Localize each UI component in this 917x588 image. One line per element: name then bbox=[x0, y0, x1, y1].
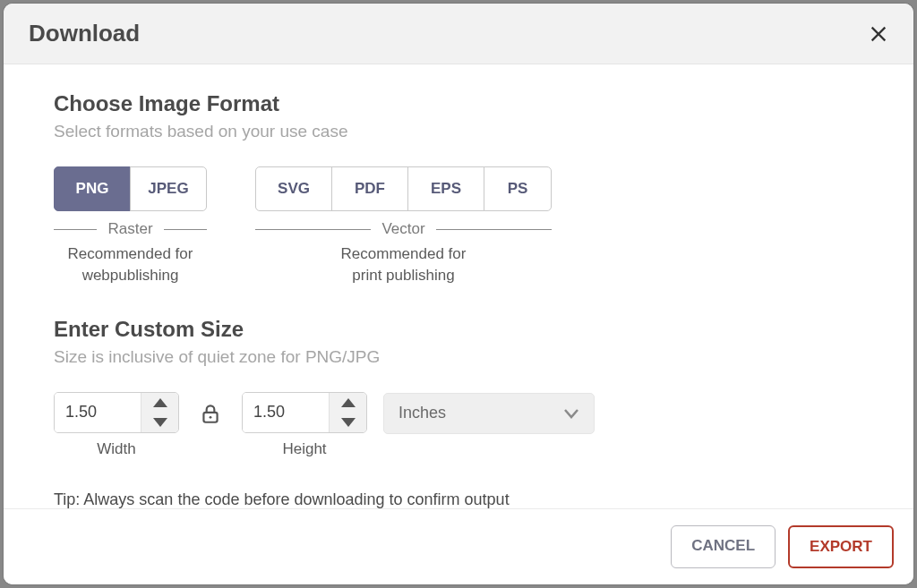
divider-line bbox=[436, 229, 552, 230]
vector-label-row: Vector bbox=[255, 220, 552, 238]
width-spinner-buttons bbox=[141, 393, 178, 432]
svg-marker-5 bbox=[341, 418, 356, 427]
raster-label: Raster bbox=[97, 220, 163, 238]
svg-marker-1 bbox=[153, 418, 167, 427]
raster-recommendation: Recommended forwebpublishing bbox=[68, 243, 193, 286]
divider-line bbox=[255, 229, 371, 230]
raster-rec-text: Recommended forwebpublishing bbox=[68, 245, 193, 284]
dialog-footer: CANCEL EXPORT bbox=[4, 508, 913, 584]
close-button[interactable] bbox=[869, 24, 888, 44]
size-section-title: Enter Custom Size bbox=[54, 317, 863, 342]
chevron-down-icon bbox=[563, 408, 579, 419]
unit-select[interactable]: Inches bbox=[383, 393, 595, 434]
width-field: Width bbox=[54, 392, 179, 458]
height-stepper bbox=[242, 392, 367, 433]
dialog-body: Choose Image Format Select formats based… bbox=[4, 64, 913, 508]
divider-line bbox=[164, 229, 207, 230]
chevron-down-icon bbox=[341, 418, 356, 427]
svg-marker-4 bbox=[341, 398, 356, 407]
size-section: Enter Custom Size Size is inclusive of q… bbox=[54, 317, 863, 458]
width-stepper bbox=[54, 392, 179, 433]
chevron-up-icon bbox=[341, 398, 356, 407]
size-section-subtitle: Size is inclusive of quiet zone for PNG/… bbox=[54, 347, 863, 367]
size-controls-row: Width bbox=[54, 392, 863, 458]
divider-line bbox=[54, 229, 97, 230]
height-spinner-buttons bbox=[329, 393, 366, 432]
format-groups-row: PNG JPEG Raster Recommended forwebpublis… bbox=[54, 166, 863, 286]
raster-buttons: PNG JPEG bbox=[54, 166, 207, 211]
height-field: Height bbox=[242, 392, 367, 458]
vector-recommendation: Recommended forprint publishing bbox=[341, 243, 467, 286]
format-section-subtitle: Select formats based on your use case bbox=[54, 122, 863, 141]
close-icon bbox=[869, 24, 888, 44]
aspect-lock-button[interactable] bbox=[195, 398, 226, 429]
vector-label: Vector bbox=[371, 220, 435, 238]
height-decrement-button[interactable] bbox=[330, 413, 366, 432]
vector-buttons: SVG PDF EPS PS bbox=[255, 166, 552, 211]
download-dialog: Download Choose Image Format Select form… bbox=[4, 4, 913, 584]
width-increment-button[interactable] bbox=[141, 393, 178, 413]
format-jpeg-button[interactable]: JPEG bbox=[130, 166, 207, 211]
height-increment-button[interactable] bbox=[330, 393, 366, 413]
dialog-header: Download bbox=[4, 4, 913, 64]
width-input[interactable] bbox=[55, 393, 141, 432]
format-section-title: Choose Image Format bbox=[54, 91, 863, 116]
cancel-button[interactable]: CANCEL bbox=[671, 525, 776, 568]
svg-point-3 bbox=[210, 416, 212, 419]
format-pdf-button[interactable]: PDF bbox=[331, 166, 408, 211]
raster-group: PNG JPEG Raster Recommended forwebpublis… bbox=[54, 166, 207, 286]
format-png-button[interactable]: PNG bbox=[54, 166, 131, 211]
format-svg-button[interactable]: SVG bbox=[255, 166, 332, 211]
width-label: Width bbox=[97, 440, 135, 458]
raster-label-row: Raster bbox=[54, 220, 207, 238]
export-button[interactable]: EXPORT bbox=[788, 525, 894, 568]
svg-marker-0 bbox=[153, 398, 167, 407]
lock-icon bbox=[199, 402, 222, 425]
format-ps-button[interactable]: PS bbox=[484, 166, 552, 211]
vector-group: SVG PDF EPS PS Vector Recommended forpri… bbox=[255, 166, 552, 286]
tip-text: Tip: Always scan the code before downloa… bbox=[54, 490, 863, 508]
format-eps-button[interactable]: EPS bbox=[407, 166, 484, 211]
height-input[interactable] bbox=[243, 393, 329, 432]
chevron-down-icon bbox=[153, 418, 167, 427]
vector-rec-text: Recommended forprint publishing bbox=[341, 245, 467, 284]
unit-selected-text: Inches bbox=[399, 404, 446, 422]
chevron-up-icon bbox=[153, 398, 167, 407]
dialog-title: Download bbox=[29, 20, 140, 47]
width-decrement-button[interactable] bbox=[141, 413, 178, 432]
height-label: Height bbox=[282, 440, 326, 458]
